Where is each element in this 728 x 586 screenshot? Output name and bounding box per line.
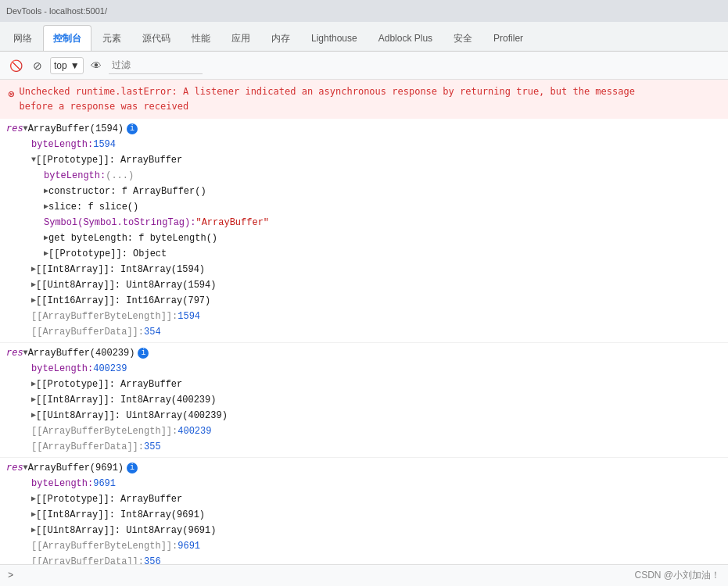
prop-line: ▶ [[Uint8Array]]: Uint8Array(9691): [0, 523, 728, 538]
prop-line: [[ArrayBufferByteLength]]: 9691: [0, 538, 728, 554]
console-prompt[interactable]: >: [8, 570, 13, 581]
context-selector[interactable]: top ▼: [50, 57, 84, 74]
nav-tab-应用[interactable]: 应用: [221, 25, 260, 51]
nav-tab-网络[interactable]: 网络: [3, 25, 42, 51]
prop-line: ▶ slice: f slice(): [0, 199, 728, 215]
credit-text: CSDN @小刘加油！: [634, 569, 720, 582]
prop-line: ▶ [[Int8Array]]: Int8Array(400239): [0, 392, 728, 408]
toolbar: 🚫 ⊘ top ▼ 👁: [0, 52, 728, 80]
console-entry-2: res ▼ArrayBuffer(400239)ibyteLength: 400…: [0, 343, 728, 458]
prop-line: [[ArrayBufferData]]: 356: [0, 554, 728, 564]
nav-tab-内存[interactable]: 内存: [261, 25, 300, 51]
nav-tab-元素[interactable]: 元素: [92, 25, 131, 51]
prop-line: ▶ [[Int16Array]]: Int16Array(797): [0, 293, 728, 309]
console-entry-1: res ▼ArrayBuffer(1594)ibyteLength: 1594▼…: [0, 119, 728, 343]
nav-tab-安全[interactable]: 安全: [443, 25, 482, 51]
prop-line: ▶ [[Prototype]]: ArrayBuffer: [0, 377, 728, 392]
title-text: DevTools - localhost:5001/: [6, 6, 107, 16]
prop-line: [[ArrayBufferData]]: 354: [0, 324, 728, 340]
stop-recording-button[interactable]: ⊘: [28, 56, 47, 75]
error-message: Unchecked runtime.lastError: A listener …: [19, 84, 634, 114]
title-bar: DevTools - localhost:5001/: [0, 0, 728, 22]
entry-header[interactable]: res ▼ArrayBuffer(9691)i: [0, 460, 728, 476]
nav-tab-profiler[interactable]: Profiler: [483, 25, 533, 51]
prop-line: ▼ [[Prototype]]: ArrayBuffer: [0, 152, 728, 168]
nav-tab-lighthouse[interactable]: Lighthouse: [301, 25, 368, 51]
prop-line: byteLength: (...): [0, 168, 728, 184]
prop-line: ▶ [[Int8Array]]: Int8Array(1594): [0, 262, 728, 277]
nav-tab-控制台[interactable]: 控制台: [43, 25, 91, 51]
prop-line: [[ArrayBufferData]]: 355: [0, 439, 728, 455]
prop-line: ▶ [[Prototype]]: Object: [0, 246, 728, 262]
entry-header[interactable]: res ▼ArrayBuffer(1594)i: [0, 121, 728, 137]
filter-input[interactable]: [109, 57, 203, 74]
prop-line: byteLength: 9691: [0, 476, 728, 491]
clear-console-button[interactable]: 🚫: [6, 56, 25, 75]
entry-header[interactable]: res ▼ArrayBuffer(400239)i: [0, 345, 728, 361]
error-icon: ⊗: [8, 85, 14, 102]
console-entry-3: res ▼ArrayBuffer(9691)ibyteLength: 9691▶…: [0, 458, 728, 564]
prop-line: ▶ [[Uint8Array]]: Uint8Array(400239): [0, 408, 728, 423]
prop-line: byteLength: 1594: [0, 137, 728, 152]
error-banner: ⊗ Unchecked runtime.lastError: A listene…: [0, 80, 728, 119]
eye-toggle[interactable]: 👁: [87, 56, 106, 75]
nav-tab-源代码[interactable]: 源代码: [132, 25, 181, 51]
console-output: res ▼ArrayBuffer(1594)ibyteLength: 1594▼…: [0, 119, 728, 564]
prop-line: ▶ get byteLength: f byteLength(): [0, 230, 728, 246]
prop-line: byteLength: 400239: [0, 361, 728, 377]
prop-line: ▶ [[Int8Array]]: Int8Array(9691): [0, 507, 728, 523]
nav-tab-adblock-plus[interactable]: Adblock Plus: [368, 25, 443, 51]
prop-line: ▶ [[Prototype]]: ArrayBuffer: [0, 491, 728, 507]
bottom-bar: > CSDN @小刘加油！: [0, 564, 728, 586]
prop-line: [[ArrayBufferByteLength]]: 1594: [0, 309, 728, 324]
nav-tabs: 网络控制台元素源代码性能应用内存LighthouseAdblock Plus安全…: [0, 22, 728, 52]
prop-line: Symbol(Symbol.toStringTag): "ArrayBuffer…: [0, 215, 728, 230]
prop-line: [[ArrayBufferByteLength]]: 400239: [0, 423, 728, 439]
nav-tab-性能[interactable]: 性能: [181, 25, 221, 51]
prop-line: ▶ [[Uint8Array]]: Uint8Array(1594): [0, 277, 728, 293]
prop-line: ▶ constructor: f ArrayBuffer(): [0, 184, 728, 199]
